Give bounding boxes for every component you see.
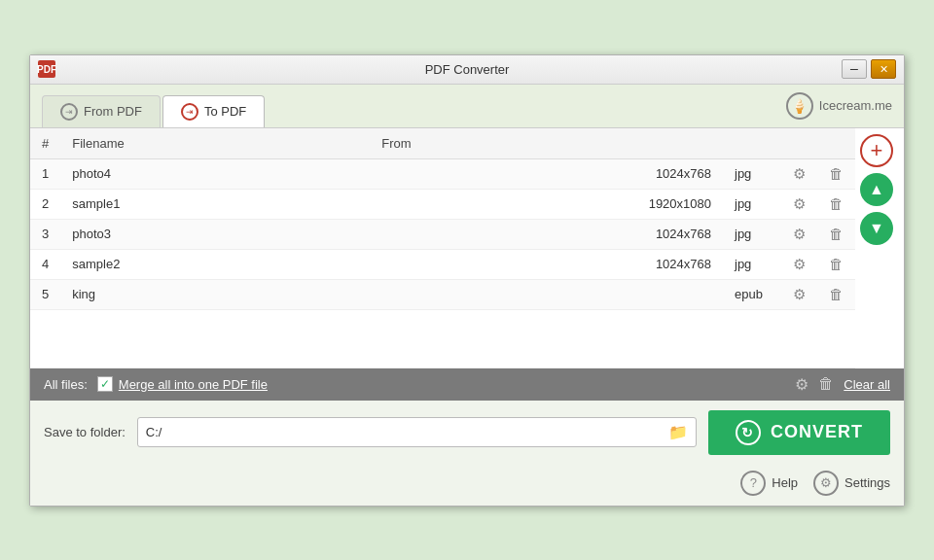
cell-num: 4: [30, 249, 60, 279]
content-area: # Filename From 1 photo4 1024x768 jpg ⚙ …: [30, 128, 904, 506]
col-header-settings: [781, 128, 817, 159]
table-empty-space: [30, 310, 855, 368]
file-table: # Filename From 1 photo4 1024x768 jpg ⚙ …: [30, 128, 855, 310]
settings-icon: ⚙: [813, 471, 839, 496]
merge-label[interactable]: Merge all into one PDF file: [119, 377, 268, 392]
titlebar-left: PDF: [38, 60, 55, 78]
all-files-label: All files:: [44, 377, 88, 392]
cell-filename: king: [60, 279, 370, 309]
col-header-from: From: [370, 128, 723, 159]
row-settings-icon[interactable]: ⚙: [793, 195, 806, 212]
move-down-button[interactable]: ▼: [860, 212, 893, 245]
tab-to-pdf[interactable]: ⇥ To PDF: [162, 95, 265, 127]
table-row: 1 photo4 1024x768 jpg ⚙ 🗑: [30, 158, 855, 189]
cell-filename: photo3: [60, 219, 370, 249]
cell-delete[interactable]: 🗑: [817, 249, 855, 279]
save-row: Save to folder: 📁 ↻ CONVERT: [30, 401, 904, 465]
to-pdf-tab-icon: ⇥: [181, 103, 198, 121]
cell-delete[interactable]: 🗑: [817, 219, 855, 249]
cell-delete[interactable]: 🗑: [817, 189, 855, 219]
row-settings-icon[interactable]: ⚙: [793, 226, 806, 242]
table-body: 1 photo4 1024x768 jpg ⚙ 🗑 2 sample1 1920…: [30, 158, 855, 309]
window-title: PDF Converter: [425, 62, 510, 77]
save-input-wrap: 📁: [137, 417, 697, 447]
convert-icon: ↻: [736, 420, 761, 445]
all-settings-icon[interactable]: ⚙: [795, 375, 808, 394]
help-label: Help: [772, 475, 798, 490]
tab-from-pdf-label: From PDF: [84, 104, 142, 119]
cell-delete[interactable]: 🗑: [817, 158, 855, 189]
table-row: 5 king epub ⚙ 🗑: [30, 279, 855, 309]
row-delete-icon[interactable]: 🗑: [829, 286, 844, 302]
cell-num: 2: [30, 189, 60, 219]
tab-from-pdf[interactable]: ⇥ From PDF: [42, 95, 161, 127]
save-to-folder-label: Save to folder:: [44, 425, 126, 439]
footer-bar: ? Help ⚙ Settings: [30, 465, 904, 506]
icecream-logo: 🍦 Icecream.me: [786, 92, 892, 127]
settings-label: Settings: [844, 475, 890, 490]
cell-settings[interactable]: ⚙: [781, 279, 817, 309]
row-delete-icon[interactable]: 🗑: [829, 256, 844, 272]
tab-to-pdf-label: To PDF: [204, 104, 246, 119]
row-settings-icon[interactable]: ⚙: [793, 256, 806, 272]
all-trash-icon[interactable]: 🗑: [818, 375, 834, 393]
cell-dims: [370, 279, 723, 309]
cell-dims: 1920x1080: [370, 189, 723, 219]
table-row: 2 sample1 1920x1080 jpg ⚙ 🗑: [30, 189, 855, 219]
row-delete-icon[interactable]: 🗑: [829, 226, 844, 242]
merge-checkbox[interactable]: ✓: [97, 376, 113, 392]
row-delete-icon[interactable]: 🗑: [829, 165, 844, 182]
cell-format: epub: [723, 279, 781, 309]
move-up-button[interactable]: ▲: [860, 173, 893, 206]
tabs-left: ⇥ From PDF ⇥ To PDF: [42, 95, 267, 127]
close-button[interactable]: ✕: [871, 59, 896, 79]
titlebar-controls: ─ ✕: [842, 59, 896, 79]
cell-num: 5: [30, 279, 60, 309]
help-icon: ?: [740, 471, 766, 496]
folder-browse-icon[interactable]: 📁: [668, 423, 688, 441]
cell-settings[interactable]: ⚙: [781, 249, 817, 279]
cell-settings[interactable]: ⚙: [781, 189, 817, 219]
cell-dims: 1024x768: [370, 219, 723, 249]
cell-filename: sample1: [60, 189, 370, 219]
convert-label: CONVERT: [771, 422, 863, 442]
table-section: # Filename From 1 photo4 1024x768 jpg ⚙ …: [30, 128, 855, 368]
titlebar: PDF PDF Converter ─ ✕: [30, 55, 904, 85]
app-icon: PDF: [38, 60, 55, 78]
icecream-label: Icecream.me: [819, 98, 892, 113]
tabs-bar: ⇥ From PDF ⇥ To PDF 🍦 Icecream.me: [30, 85, 904, 128]
cell-settings[interactable]: ⚙: [781, 219, 817, 249]
table-row: 4 sample2 1024x768 jpg ⚙ 🗑: [30, 249, 855, 279]
settings-button[interactable]: ⚙ Settings: [813, 471, 890, 496]
minimize-button[interactable]: ─: [842, 59, 867, 79]
row-settings-icon[interactable]: ⚙: [793, 165, 806, 182]
row-delete-icon[interactable]: 🗑: [829, 195, 844, 212]
col-header-format: [723, 128, 781, 159]
cell-format: jpg: [723, 219, 781, 249]
cell-delete[interactable]: 🗑: [817, 279, 855, 309]
cell-settings[interactable]: ⚙: [781, 158, 817, 189]
save-path-input[interactable]: [146, 425, 663, 439]
table-wrapper: # Filename From 1 photo4 1024x768 jpg ⚙ …: [30, 128, 904, 368]
clear-all-button[interactable]: Clear all: [844, 377, 890, 392]
from-pdf-tab-icon: ⇥: [60, 103, 78, 121]
icecream-icon: 🍦: [786, 92, 813, 120]
help-button[interactable]: ? Help: [740, 471, 798, 496]
cell-dims: 1024x768: [370, 158, 723, 189]
col-header-filename: Filename: [60, 128, 370, 159]
convert-button[interactable]: ↻ CONVERT: [708, 410, 890, 455]
cell-num: 1: [30, 158, 60, 189]
table-row: 3 photo3 1024x768 jpg ⚙ 🗑: [30, 219, 855, 249]
bottom-bar: All files: ✓ Merge all into one PDF file…: [30, 368, 904, 401]
merge-checkbox-wrap[interactable]: ✓ Merge all into one PDF file: [97, 376, 268, 392]
cell-format: jpg: [723, 158, 781, 189]
row-settings-icon[interactable]: ⚙: [793, 286, 806, 302]
col-header-delete: [817, 128, 855, 159]
cell-filename: photo4: [60, 158, 370, 189]
cell-dims: 1024x768: [370, 249, 723, 279]
bottom-right: ⚙ 🗑 Clear all: [795, 375, 890, 394]
side-buttons: + ▲ ▼: [855, 128, 904, 368]
cell-num: 3: [30, 219, 60, 249]
table-header: # Filename From: [30, 128, 855, 159]
add-file-button[interactable]: +: [860, 134, 893, 167]
